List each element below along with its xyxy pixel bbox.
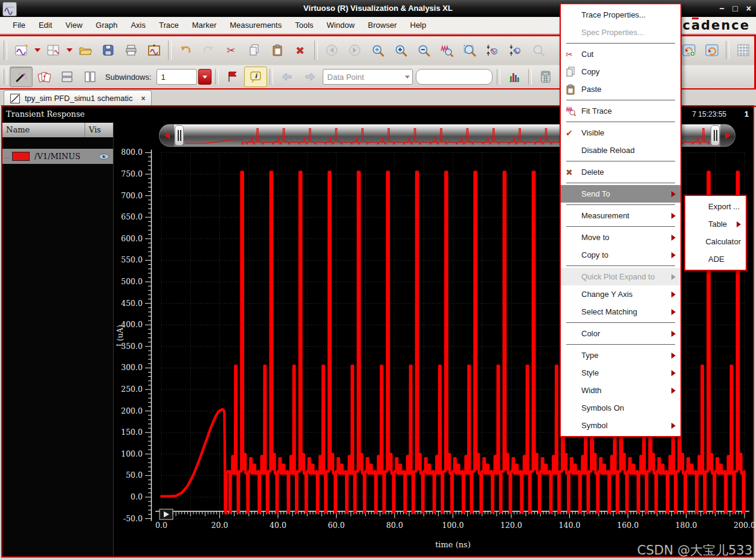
menu-graph[interactable]: Graph (89, 19, 124, 31)
visibility-eye-icon[interactable] (97, 153, 113, 160)
menu-marker[interactable]: Marker (186, 19, 223, 31)
copy-button[interactable] (243, 38, 266, 62)
graph-styles-button[interactable] (33, 67, 56, 87)
marker-value-input[interactable] (416, 69, 493, 85)
menu-trace[interactable]: Trace (152, 19, 186, 31)
reload-results-button[interactable] (700, 38, 723, 62)
zoom-out-icon (417, 44, 430, 57)
context-menu-item-copy[interactable]: Copy (561, 63, 680, 80)
fit-trace-button[interactable] (435, 38, 458, 62)
histogram-button[interactable] (503, 67, 526, 87)
context-menu-item-change-y-axis[interactable]: Change Y Axis (561, 285, 680, 303)
context-menu-item-copy-to[interactable]: Copy to (561, 246, 680, 264)
copy-icon (248, 44, 261, 57)
svg-text:150.0: 150.0 (121, 428, 143, 437)
trace-color-swatch[interactable] (12, 152, 30, 161)
context-menu-item-type[interactable]: Type (561, 347, 680, 364)
send-to-item-export[interactable]: Export ... (685, 198, 746, 215)
context-menu-item-move-to[interactable]: Move to (561, 229, 680, 246)
context-menu-item-measurement[interactable]: Measurement (561, 207, 680, 224)
trace-row[interactable]: .. /V1/MINUS (2, 149, 113, 164)
send-to-item-table[interactable]: Table (685, 215, 746, 233)
send-to-item-ade[interactable]: ADE (685, 250, 746, 268)
zoom-y-collapse-button[interactable] (504, 38, 527, 62)
menu-item-label: Width (581, 386, 671, 395)
menu-file[interactable]: File (6, 19, 32, 31)
submenu-arrow-icon (671, 370, 676, 376)
marker-mode-combo[interactable]: Data Point (323, 69, 413, 85)
svg-text:time (ns): time (ns) (435, 540, 471, 549)
send-to-item-calculator[interactable]: Calculator (685, 233, 746, 250)
zoom-fit-button[interactable] (366, 38, 389, 62)
menu-help[interactable]: Help (404, 19, 433, 31)
scroll-left-icon[interactable] (160, 125, 174, 146)
zoom-in-button[interactable] (389, 38, 412, 62)
menu-measurements[interactable]: Measurements (223, 19, 288, 31)
context-menu-item-visible[interactable]: ✔Visible (561, 124, 680, 142)
zoom-region-button[interactable] (458, 38, 481, 62)
split-horizontal-button[interactable] (56, 67, 79, 87)
context-menu-item-color[interactable]: Color (561, 325, 680, 342)
name-column-header[interactable]: Name (2, 123, 85, 137)
scroll-right-icon[interactable] (720, 125, 735, 146)
cut-button[interactable]: ✂ (220, 38, 243, 62)
context-menu-item-delete[interactable]: ✖Delete (561, 163, 680, 181)
new-waveform-window-button[interactable] (10, 38, 33, 62)
maximize-button[interactable]: □ (732, 4, 737, 13)
context-menu-item-width[interactable]: Width (561, 382, 680, 399)
print-icon (124, 44, 138, 57)
table-view-button[interactable] (732, 38, 755, 62)
tab-close-icon[interactable]: × (137, 94, 145, 103)
menu-browser[interactable]: Browser (361, 19, 404, 31)
undo-button[interactable] (174, 38, 197, 62)
tab-schematic[interactable]: tpy_sim PFD_simu1 schematic × (4, 90, 152, 106)
calculator-button[interactable] (534, 67, 557, 87)
context-menu-item-select-matching[interactable]: Select Matching (561, 303, 680, 321)
save-button[interactable] (97, 38, 120, 62)
flag-marker-button[interactable] (221, 67, 244, 87)
submenu-arrow-icon (671, 331, 676, 337)
menu-item-label: Trace Properties... (581, 10, 676, 19)
scroll-grip-left[interactable] (175, 125, 184, 146)
scroll-grip-right[interactable] (711, 125, 720, 146)
minimize-button[interactable]: − (719, 4, 724, 13)
delete-button[interactable]: ✖ (289, 38, 312, 62)
paste-button[interactable] (266, 38, 289, 62)
marker-next-button (299, 67, 321, 87)
context-menu-item-symbol[interactable]: Symbol (561, 417, 680, 434)
context-menu-item-send-to[interactable]: Send To (561, 185, 680, 203)
context-menu-item-trace-properties[interactable]: Trace Properties... (561, 6, 680, 24)
new-subwindow-dropdown[interactable] (65, 39, 74, 62)
new-waveform-window-dropdown[interactable] (33, 39, 42, 62)
context-menu-item-disable-reload[interactable]: Disable Reload (561, 142, 680, 159)
menu-item-label: Disable Reload (581, 146, 676, 155)
menu-tools[interactable]: Tools (288, 19, 320, 31)
menu-window[interactable]: Window (320, 19, 361, 31)
zoom-x-collapse-button[interactable] (481, 38, 504, 62)
print-button[interactable] (120, 38, 143, 62)
context-menu-item-fit-trace[interactable]: Fit Trace (561, 102, 680, 120)
context-menu-item-symbols-on[interactable]: Symbols On (561, 399, 680, 417)
zoom-out-button[interactable] (412, 38, 435, 62)
vis-column-header[interactable]: Vis (85, 123, 113, 137)
subwindows-count-combo[interactable]: 1 (157, 69, 197, 85)
context-menu-item-paste[interactable]: Paste (561, 80, 680, 98)
wizard-button[interactable] (10, 67, 33, 87)
label-balloon-button[interactable]: i (244, 67, 267, 87)
menu-axis[interactable]: Axis (124, 19, 152, 31)
open-button[interactable] (74, 38, 97, 62)
split-vertical-button[interactable] (79, 67, 102, 87)
new-subwindow-button[interactable] (42, 38, 65, 62)
menu-separator (566, 183, 675, 183)
menu-view[interactable]: View (59, 19, 89, 31)
subwindows-dropdown[interactable] (198, 69, 212, 85)
close-button[interactable]: × (746, 4, 751, 13)
menu-edit[interactable]: Edit (32, 19, 59, 31)
toolbar-separator (168, 41, 172, 60)
tree-expander[interactable]: .. (2, 154, 12, 160)
marker-mode-dropdown-icon[interactable] (405, 76, 410, 79)
context-menu-item-cut[interactable]: ✂Cut (561, 45, 680, 63)
svg-text:80.0: 80.0 (386, 521, 403, 530)
context-menu-item-style[interactable]: Style (561, 364, 680, 382)
export-image-button[interactable] (143, 38, 166, 62)
